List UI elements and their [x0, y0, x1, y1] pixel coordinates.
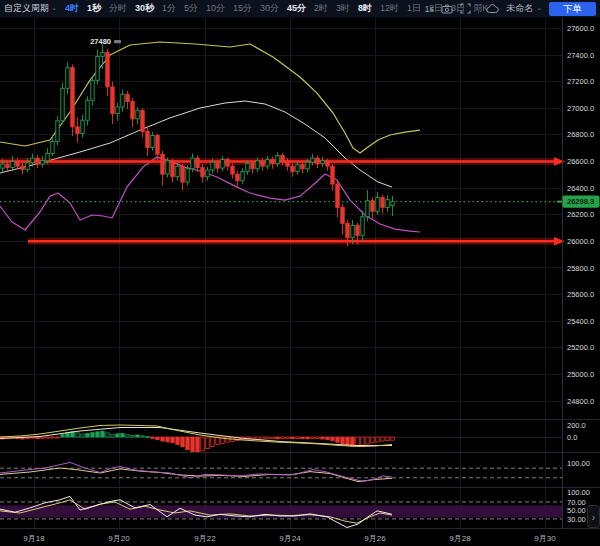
alert-lines — [0, 157, 565, 245]
svg-text:9月26: 9月26 — [364, 534, 386, 543]
svg-text:26400.0: 26400.0 — [567, 184, 594, 193]
svg-text:100.00: 100.00 — [567, 488, 590, 497]
svg-text:100.00: 100.00 — [567, 459, 590, 468]
svg-text:25400.0: 25400.0 — [567, 317, 594, 326]
svg-text:27480: 27480 — [90, 37, 111, 46]
price-axis: 27600.027400.027200.027000.026800.026600… — [567, 24, 594, 524]
svg-text:26600.0: 26600.0 — [567, 157, 594, 166]
current-price-tag: 26298.3 — [557, 195, 600, 207]
svg-text:27000.0: 27000.0 — [567, 104, 594, 113]
kdj-panel — [0, 496, 562, 527]
svg-text:25800.0: 25800.0 — [567, 264, 594, 273]
svg-text:26298.3: 26298.3 — [567, 197, 594, 206]
panel-separators — [0, 18, 600, 529]
svg-text:27600.0: 27600.0 — [567, 24, 594, 33]
svg-text:9月24: 9月24 — [279, 534, 301, 543]
high-annotation: 27480 — [90, 37, 121, 46]
time-axis: 9月189月209月229月249月269月289月30 — [23, 534, 556, 543]
svg-text:9月30: 9月30 — [534, 534, 556, 543]
rsi-panel — [0, 462, 562, 481]
svg-text:25600.0: 25600.0 — [567, 290, 594, 299]
annotation-marker-icon — [114, 40, 121, 43]
gridlines — [0, 18, 562, 529]
svg-text:0.0: 0.0 — [567, 433, 577, 442]
alert-arrow-icon — [554, 237, 565, 245]
svg-text:9月22: 9月22 — [194, 534, 216, 543]
collapse-panel-button[interactable]: › — [588, 506, 600, 528]
svg-text:9月20: 9月20 — [108, 534, 130, 543]
svg-text:30.00: 30.00 — [567, 515, 586, 524]
svg-text:27200.0: 27200.0 — [567, 77, 594, 86]
bollinger-bands — [0, 42, 420, 232]
alert-arrow-icon — [554, 157, 565, 165]
macd-panel — [0, 425, 394, 452]
svg-text:26000.0: 26000.0 — [567, 237, 594, 246]
svg-text:26800.0: 26800.0 — [567, 130, 594, 139]
svg-text:25200.0: 25200.0 — [567, 343, 594, 352]
svg-text:24800.0: 24800.0 — [567, 397, 594, 406]
trading-chart-app: 自定义周期 ⌄ 4时1秒分时30秒1分5分10分15分30分45分2时3时8时1… — [0, 0, 600, 546]
candlestick-series — [1, 44, 394, 246]
svg-text:›: › — [592, 512, 595, 523]
svg-text:26200.0: 26200.0 — [567, 210, 594, 219]
svg-text:25000.0: 25000.0 — [567, 370, 594, 379]
svg-text:9月18: 9月18 — [23, 534, 45, 543]
svg-text:200.0: 200.0 — [567, 421, 586, 430]
svg-text:27400.0: 27400.0 — [567, 51, 594, 60]
chart-canvas[interactable]: 27600.027400.027200.027000.026800.026600… — [0, 0, 600, 546]
svg-text:9月28: 9月28 — [449, 534, 471, 543]
